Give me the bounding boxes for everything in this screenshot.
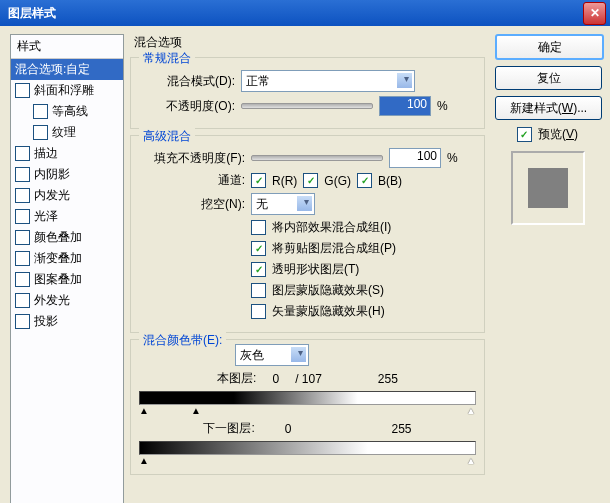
handle-icon[interactable]: ▲	[139, 455, 149, 466]
titlebar: 图层样式 ✕	[0, 0, 610, 26]
opacity-slider[interactable]	[241, 103, 373, 109]
style-checkbox[interactable]	[33, 125, 48, 140]
right-panel: 确定 复位 新建样式(W)... ✓预览(V)	[495, 34, 600, 233]
opt4[interactable]	[251, 283, 266, 298]
preview-swatch	[528, 168, 568, 208]
style-checkbox[interactable]	[15, 188, 30, 203]
styles-head: 样式	[11, 35, 123, 59]
style-checkbox[interactable]	[15, 167, 30, 182]
handle-icon[interactable]: ▲	[466, 455, 476, 466]
style-item[interactable]: 光泽	[11, 206, 123, 227]
newstyle-button[interactable]: 新建样式(W)...	[495, 96, 602, 120]
under-layer-gradient[interactable]	[139, 441, 476, 455]
this-layer-gradient[interactable]	[139, 391, 476, 405]
style-item[interactable]: 等高线	[11, 101, 123, 122]
blendif-select[interactable]: 灰色	[235, 344, 309, 366]
style-checkbox[interactable]	[15, 209, 30, 224]
blend-mode-label: 混合模式(D):	[139, 73, 235, 90]
handle-icon[interactable]: ▲	[139, 405, 149, 416]
group-advanced: 高级混合 填充不透明度(F): 100 % 通道: ✓R(R) ✓G(G) ✓B…	[130, 135, 485, 333]
styles-panel: 样式 混合选项:自定斜面和浮雕等高线纹理描边内阴影内发光光泽颜色叠加渐变叠加图案…	[10, 34, 124, 503]
ch-b[interactable]: ✓	[357, 173, 372, 188]
opt3[interactable]: ✓	[251, 262, 266, 277]
opacity-input[interactable]: 100	[379, 96, 431, 116]
style-item[interactable]: 内阴影	[11, 164, 123, 185]
ch-r[interactable]: ✓	[251, 173, 266, 188]
knockout-select[interactable]: 无	[251, 193, 315, 215]
handle-icon[interactable]: ▲	[466, 405, 476, 416]
style-checkbox[interactable]	[33, 104, 48, 119]
style-checkbox[interactable]	[15, 293, 30, 308]
content: 样式 混合选项:自定斜面和浮雕等高线纹理描边内阴影内发光光泽颜色叠加渐变叠加图案…	[0, 26, 610, 503]
opt2[interactable]: ✓	[251, 241, 266, 256]
style-checkbox[interactable]	[15, 146, 30, 161]
channels-label: 通道:	[139, 172, 245, 189]
blend-options: 混合选项 常规混合 混合模式(D): 正常 不透明度(O): 100 % 高级混…	[130, 34, 485, 481]
opt5[interactable]	[251, 304, 266, 319]
style-item[interactable]: 外发光	[11, 290, 123, 311]
style-checkbox[interactable]	[15, 251, 30, 266]
opt1[interactable]	[251, 220, 266, 235]
style-item[interactable]: 颜色叠加	[11, 227, 123, 248]
mid-title: 混合选项	[134, 34, 485, 51]
style-item[interactable]: 混合选项:自定	[11, 59, 123, 80]
style-checkbox[interactable]	[15, 272, 30, 287]
reset-button[interactable]: 复位	[495, 66, 602, 90]
style-checkbox[interactable]	[15, 83, 30, 98]
blend-mode-select[interactable]: 正常	[241, 70, 415, 92]
fill-slider[interactable]	[251, 155, 383, 161]
style-checkbox[interactable]	[15, 314, 30, 329]
knockout-label: 挖空(N):	[139, 196, 245, 213]
ok-button[interactable]: 确定	[495, 34, 604, 60]
style-item[interactable]: 内发光	[11, 185, 123, 206]
preview-check[interactable]: ✓	[517, 127, 532, 142]
group-general: 常规混合 混合模式(D): 正常 不透明度(O): 100 %	[130, 57, 485, 129]
preview-box	[511, 151, 585, 225]
style-item[interactable]: 图案叠加	[11, 269, 123, 290]
ch-g[interactable]: ✓	[303, 173, 318, 188]
opacity-label: 不透明度(O):	[139, 98, 235, 115]
close-icon[interactable]: ✕	[583, 2, 606, 25]
style-item[interactable]: 描边	[11, 143, 123, 164]
title: 图层样式	[4, 5, 583, 22]
style-checkbox[interactable]	[15, 230, 30, 245]
style-item[interactable]: 渐变叠加	[11, 248, 123, 269]
fill-label: 填充不透明度(F):	[139, 150, 245, 167]
fill-input[interactable]: 100	[389, 148, 441, 168]
style-item[interactable]: 斜面和浮雕	[11, 80, 123, 101]
handle-icon[interactable]: ▲	[191, 405, 201, 416]
group-blendif: 混合颜色带(E): 灰色 本图层: 0 / 107 255 ▲ ▲ ▲ 下一图层…	[130, 339, 485, 475]
style-item[interactable]: 纹理	[11, 122, 123, 143]
style-item[interactable]: 投影	[11, 311, 123, 332]
